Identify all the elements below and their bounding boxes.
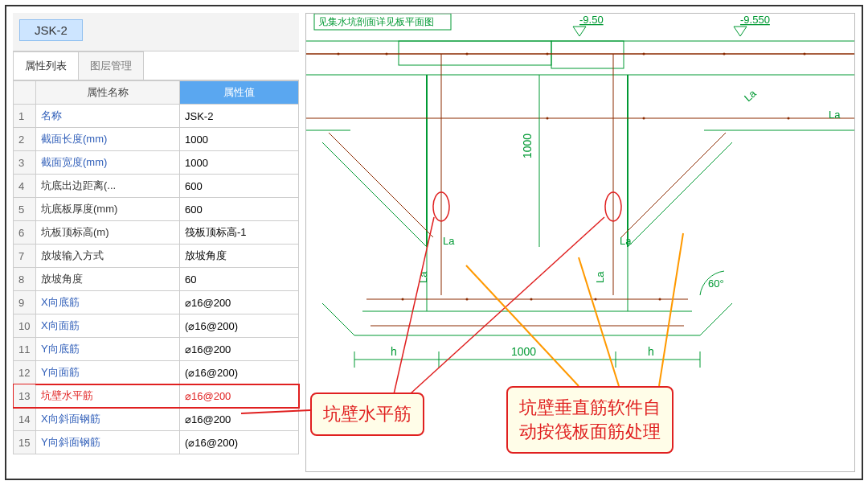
table-row[interactable]: 6坑板顶标高(m)筏板顶标高-1 xyxy=(14,221,299,245)
attr-value[interactable]: ⌀16@200 xyxy=(180,291,299,314)
svg-marker-3 xyxy=(573,27,586,36)
component-name-selector[interactable]: JSK-2 xyxy=(19,19,83,41)
row-number: 2 xyxy=(14,128,36,151)
attr-name[interactable]: 放坡角度 xyxy=(36,268,180,291)
svg-point-33 xyxy=(804,53,806,55)
la4: La xyxy=(594,271,606,283)
table-row[interactable]: 8放坡角度60 xyxy=(14,268,299,291)
col-rownum xyxy=(14,81,36,105)
la3: La xyxy=(417,271,429,283)
attr-name[interactable]: 名称 xyxy=(36,105,180,128)
table-row[interactable]: 1名称JSK-2 xyxy=(14,105,299,128)
svg-line-9 xyxy=(322,142,427,247)
attr-name[interactable]: Y向底筋 xyxy=(36,338,180,361)
tab-layers[interactable]: 图层管理 xyxy=(78,51,144,80)
attr-name[interactable]: 截面宽度(mm) xyxy=(36,151,180,175)
row-number: 5 xyxy=(14,198,36,221)
la5: La xyxy=(742,87,759,104)
row-number: 4 xyxy=(14,175,36,198)
row-number: 11 xyxy=(14,338,36,361)
table-row[interactable]: 15Y向斜面钢筋(⌀16@200) xyxy=(14,431,299,454)
la2: La xyxy=(620,235,632,247)
svg-line-14 xyxy=(322,303,354,335)
attr-value[interactable]: ⌀16@200 xyxy=(180,408,299,431)
row-number: 9 xyxy=(14,291,36,314)
attr-name[interactable]: 坑底出边距离(... xyxy=(36,175,180,198)
col-attr-value: 属性值 xyxy=(180,81,299,105)
attr-name[interactable]: 放坡输入方式 xyxy=(36,245,180,268)
attr-value[interactable]: 1000 xyxy=(180,151,299,175)
svg-point-30 xyxy=(547,53,549,55)
svg-point-40 xyxy=(595,298,597,301)
attr-name[interactable]: Y向面筋 xyxy=(36,361,180,384)
table-row[interactable]: 7放坡输入方式放坡角度 xyxy=(14,245,299,268)
attr-value[interactable]: (⌀16@200) xyxy=(180,431,299,454)
svg-line-12 xyxy=(628,142,732,247)
la1: La xyxy=(443,235,455,247)
attr-value[interactable]: (⌀16@200) xyxy=(180,361,299,384)
attr-name[interactable]: 坑壁水平筋 xyxy=(36,384,180,408)
row-number: 7 xyxy=(14,245,36,268)
row-number: 14 xyxy=(14,408,36,431)
attr-value[interactable]: 1000 xyxy=(180,128,299,151)
attr-value[interactable]: ⌀16@200 xyxy=(180,338,299,361)
attr-value[interactable]: ⌀16@200 xyxy=(180,384,299,408)
svg-point-39 xyxy=(530,298,533,301)
drawing-title: 见集水坑剖面详见板平面图 xyxy=(318,16,434,27)
svg-point-41 xyxy=(659,298,661,301)
svg-line-24 xyxy=(329,133,433,237)
table-row[interactable]: 14X向斜面钢筋⌀16@200 xyxy=(14,408,299,431)
attr-value[interactable]: JSK-2 xyxy=(180,105,299,128)
attr-value[interactable]: 600 xyxy=(180,198,299,221)
table-row[interactable]: 3截面宽度(mm)1000 xyxy=(14,151,299,175)
dim-1000h: 1000 xyxy=(511,345,536,358)
row-number: 15 xyxy=(14,431,36,454)
table-row[interactable]: 4坑底出边距离(...600 xyxy=(14,175,299,198)
property-grid: 属性名称 属性值 1名称JSK-22截面长度(mm)10003截面宽度(mm)1… xyxy=(13,80,299,454)
table-row[interactable]: 10X向面筋(⌀16@200) xyxy=(14,314,299,338)
angle: 60° xyxy=(708,277,724,290)
attr-name[interactable]: X向斜面钢筋 xyxy=(36,408,180,431)
attr-value[interactable]: 筏板顶标高-1 xyxy=(180,221,299,245)
table-row[interactable]: 12Y向面筋(⌀16@200) xyxy=(14,361,299,384)
row-number: 10 xyxy=(14,314,36,338)
attr-name[interactable]: 截面长度(mm) xyxy=(36,128,180,151)
elev-right: -9.550 xyxy=(740,14,770,26)
svg-marker-4 xyxy=(734,27,747,36)
table-row[interactable]: 2截面长度(mm)1000 xyxy=(14,128,299,151)
dim-h2: h xyxy=(648,345,654,358)
svg-rect-5 xyxy=(399,41,551,65)
attr-value[interactable]: 放坡角度 xyxy=(180,245,299,268)
table-row[interactable]: 9X向底筋⌀16@200 xyxy=(14,291,299,314)
col-attr-name: 属性名称 xyxy=(36,81,180,105)
table-row[interactable]: 5坑底板厚度(mm)600 xyxy=(14,198,299,221)
la6: La xyxy=(829,109,841,121)
attr-name[interactable]: 坑板顶标高(m) xyxy=(36,221,180,245)
attr-name[interactable]: 坑底板厚度(mm) xyxy=(36,198,180,221)
dim-1000v: 1000 xyxy=(521,134,534,158)
attr-name[interactable]: X向面筋 xyxy=(36,314,180,338)
elev-left: -9.50 xyxy=(579,14,604,26)
svg-point-29 xyxy=(466,53,469,55)
svg-point-34 xyxy=(547,117,549,120)
table-row[interactable]: 11Y向底筋⌀16@200 xyxy=(14,338,299,361)
table-row[interactable]: 13坑壁水平筋⌀16@200 xyxy=(14,384,299,408)
app-frame: JSK-2 属性列表 图层管理 属性名称 属性值 1名称JSK-22截面长度(m… xyxy=(5,5,863,480)
svg-point-36 xyxy=(788,117,790,120)
svg-point-38 xyxy=(466,298,469,301)
row-number: 12 xyxy=(14,361,36,384)
attr-value[interactable]: (⌀16@200) xyxy=(180,314,299,338)
callout-right: 坑壁垂直筋软件自 动按筏板面筋处理 xyxy=(506,386,674,454)
attr-name[interactable]: X向底筋 xyxy=(36,291,180,314)
row-number: 13 xyxy=(14,384,36,408)
attr-value[interactable]: 60 xyxy=(180,268,299,291)
tab-bar: 属性列表 图层管理 xyxy=(13,51,299,80)
row-number: 8 xyxy=(14,268,36,291)
svg-line-15 xyxy=(700,303,732,335)
svg-point-31 xyxy=(643,53,645,55)
svg-line-25 xyxy=(621,133,726,237)
attr-name[interactable]: Y向斜面钢筋 xyxy=(36,431,180,454)
attr-value[interactable]: 600 xyxy=(180,175,299,198)
svg-point-27 xyxy=(338,53,340,55)
tab-properties[interactable]: 属性列表 xyxy=(13,51,79,80)
